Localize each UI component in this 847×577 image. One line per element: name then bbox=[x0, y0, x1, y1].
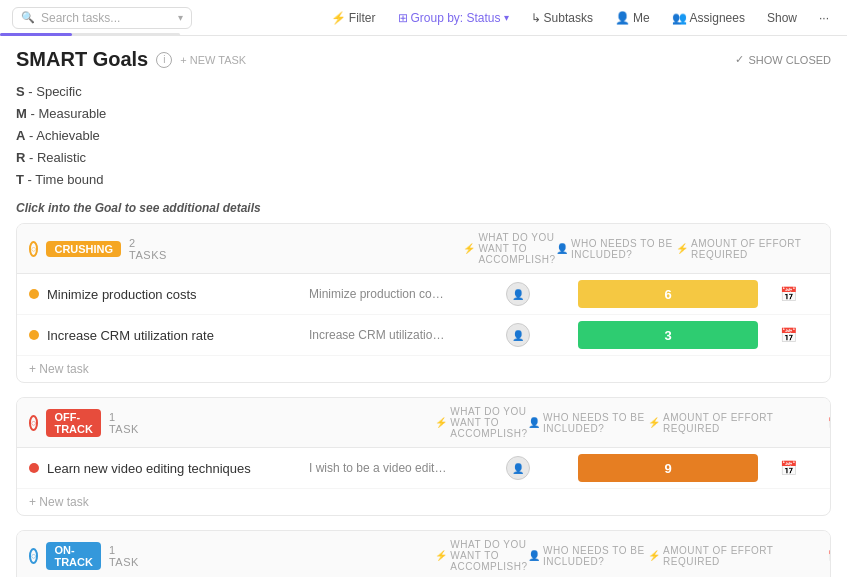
assignees-label: Assignees bbox=[690, 11, 745, 25]
group-label: Group by: Status bbox=[411, 11, 501, 25]
group-crushing-count: 2 TASKS bbox=[129, 237, 167, 261]
col-effort: ⚡Amount of Effort Required bbox=[676, 232, 831, 265]
col-who: 👤Who needs to be included? bbox=[556, 232, 676, 265]
effort-bar: 6 bbox=[578, 280, 758, 308]
avatar: 👤 bbox=[506, 456, 530, 480]
calendar-icon[interactable]: 📅 bbox=[780, 286, 797, 302]
new-task-offtrack-button[interactable]: + New task bbox=[17, 489, 830, 515]
show-closed-button[interactable]: ✓ SHOW CLOSED bbox=[735, 53, 831, 66]
task-row: Minimize production costs Minimize produ… bbox=[17, 274, 830, 315]
calendar-icon[interactable]: 📅 bbox=[780, 327, 797, 343]
search-icon: 🔍 bbox=[21, 11, 35, 24]
avatar: 👤 bbox=[506, 282, 530, 306]
smart-item-r: R - Realistic bbox=[16, 147, 831, 169]
task-label: Increase CRM utilization rate bbox=[47, 328, 214, 343]
show-closed-label: SHOW CLOSED bbox=[748, 54, 831, 66]
group-by-button[interactable]: ⊞ Group by: Status ▾ bbox=[392, 9, 515, 27]
top-bar-right: ⚡ Filter ⊞ Group by: Status ▾ ↳ Subtasks… bbox=[325, 9, 835, 27]
task-description: Increase CRM utilization rate from 80 to… bbox=[309, 328, 458, 342]
progress-bar-fill bbox=[0, 33, 72, 36]
search-placeholder: Search tasks... bbox=[41, 11, 120, 25]
calendar-icon[interactable]: 📅 bbox=[780, 460, 797, 476]
more-button[interactable]: ··· bbox=[813, 9, 835, 27]
group-crushing-badge: CRUSHING bbox=[46, 241, 121, 257]
task-assignee: 👤 bbox=[458, 323, 578, 347]
click-hint: Click into the Goal to see additional de… bbox=[16, 201, 831, 215]
filter-icon: ⚡ bbox=[331, 11, 346, 25]
col-headers-crushing: ⚡What do you want to accomplish? 👤Who ne… bbox=[183, 232, 831, 265]
more-icon: ··· bbox=[819, 11, 829, 25]
progress-bar-container bbox=[0, 33, 180, 36]
group-ontrack-header: ○ ON-TRACK 1 TASK ⚡What do you want to a… bbox=[17, 531, 830, 577]
top-bar: 🔍 Search tasks... ▾ ⚡ Filter ⊞ Group by:… bbox=[0, 0, 847, 36]
group-ontrack-count: 1 TASK bbox=[109, 544, 139, 568]
task-name[interactable]: Learn new video editing techniques bbox=[29, 461, 309, 476]
search-box[interactable]: 🔍 Search tasks... ▾ bbox=[12, 7, 192, 29]
effort-cell: 6 bbox=[578, 280, 758, 308]
group-chevron-icon: ▾ bbox=[504, 12, 509, 23]
new-task-button[interactable]: + NEW TASK bbox=[180, 54, 246, 66]
show-button[interactable]: Show bbox=[761, 9, 803, 27]
info-icon[interactable]: i bbox=[156, 52, 172, 68]
page-title: SMART Goals bbox=[16, 48, 148, 71]
page-title-row: SMART Goals i + NEW TASK ✓ SHOW CLOSED bbox=[16, 48, 831, 71]
col-accomplish: ⚡What do you want to accomplish? bbox=[463, 232, 556, 265]
new-task-crushing-button[interactable]: + New task bbox=[17, 356, 830, 382]
group-ontrack-toggle[interactable]: ○ bbox=[29, 548, 38, 564]
subtasks-icon: ↳ bbox=[531, 11, 541, 25]
main-content: SMART Goals i + NEW TASK ✓ SHOW CLOSED S… bbox=[0, 36, 847, 577]
group-ontrack-badge: ON-TRACK bbox=[46, 542, 101, 570]
task-description: Minimize production costs by 15% bbox=[309, 287, 458, 301]
group-crushing-header: ○ CRUSHING 2 TASKS ⚡What do you want to … bbox=[17, 224, 830, 274]
task-assignee: 👤 bbox=[458, 282, 578, 306]
search-chevron: ▾ bbox=[178, 12, 183, 23]
task-row: Learn new video editing techniques I wis… bbox=[17, 448, 830, 489]
due-date-cell[interactable]: 📅 bbox=[758, 286, 818, 302]
avatar: 👤 bbox=[506, 323, 530, 347]
effort-cell: 3 bbox=[578, 321, 758, 349]
smart-item-s: S - Specific bbox=[16, 81, 831, 103]
task-assignee: 👤 bbox=[458, 456, 578, 480]
group-offtrack-badge: OFF-TRACK bbox=[46, 409, 101, 437]
me-button[interactable]: 👤 Me bbox=[609, 9, 656, 27]
task-description: I wish to be a video editor or a project… bbox=[309, 461, 458, 475]
group-crushing-toggle[interactable]: ○ bbox=[29, 241, 38, 257]
filter-label: Filter bbox=[349, 11, 376, 25]
group-crushing: ○ CRUSHING 2 TASKS ⚡What do you want to … bbox=[16, 223, 831, 383]
smart-item-m: M - Measurable bbox=[16, 103, 831, 125]
smart-item-t: T - Time bound bbox=[16, 169, 831, 191]
show-label: Show bbox=[767, 11, 797, 25]
task-name[interactable]: Increase CRM utilization rate bbox=[29, 328, 309, 343]
group-offtrack-count: 1 TASK bbox=[109, 411, 139, 435]
task-dot-icon bbox=[29, 330, 39, 340]
task-row: Increase CRM utilization rate Increase C… bbox=[17, 315, 830, 356]
smart-list: S - Specific M - Measurable A - Achievab… bbox=[16, 81, 831, 191]
assignees-icon: 👥 bbox=[672, 11, 687, 25]
effort-cell: 9 bbox=[578, 454, 758, 482]
subtasks-button[interactable]: ↳ Subtasks bbox=[525, 9, 599, 27]
effort-bar: 9 bbox=[578, 454, 758, 482]
col-headers-ontrack: ⚡What do you want to accomplish? 👤Who ne… bbox=[155, 539, 831, 572]
task-label: Learn new video editing techniques bbox=[47, 461, 251, 476]
task-dot-icon bbox=[29, 463, 39, 473]
filter-button[interactable]: ⚡ Filter bbox=[325, 9, 382, 27]
group-offtrack-header: ○ OFF-TRACK 1 TASK ⚡What do you want to … bbox=[17, 398, 830, 448]
task-label: Minimize production costs bbox=[47, 287, 197, 302]
task-dot-icon bbox=[29, 289, 39, 299]
due-date-cell[interactable]: 📅 bbox=[758, 327, 818, 343]
subtasks-label: Subtasks bbox=[544, 11, 593, 25]
group-ontrack: ○ ON-TRACK 1 TASK ⚡What do you want to a… bbox=[16, 530, 831, 577]
group-icon: ⊞ bbox=[398, 11, 408, 25]
group-offtrack: ○ OFF-TRACK 1 TASK ⚡What do you want to … bbox=[16, 397, 831, 516]
col-headers-offtrack: ⚡What do you want to accomplish? 👤Who ne… bbox=[155, 406, 831, 439]
col-task bbox=[183, 232, 463, 265]
due-date-cell[interactable]: 📅 bbox=[758, 460, 818, 476]
task-name[interactable]: Minimize production costs bbox=[29, 287, 309, 302]
me-icon: 👤 bbox=[615, 11, 630, 25]
smart-item-a: A - Achievable bbox=[16, 125, 831, 147]
checkmark-icon: ✓ bbox=[735, 53, 744, 66]
group-offtrack-toggle[interactable]: ○ bbox=[29, 415, 38, 431]
assignees-button[interactable]: 👥 Assignees bbox=[666, 9, 751, 27]
me-label: Me bbox=[633, 11, 650, 25]
effort-bar: 3 bbox=[578, 321, 758, 349]
